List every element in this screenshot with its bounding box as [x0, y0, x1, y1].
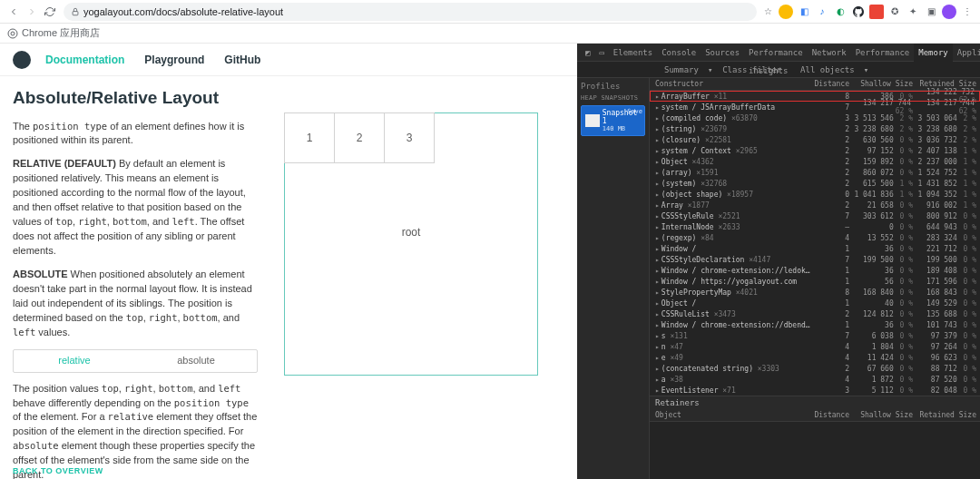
tab-application[interactable]: Application	[953, 44, 980, 62]
toggle-relative[interactable]: relative	[14, 350, 135, 372]
retainers-col-retained[interactable]: Retained Size	[916, 411, 980, 419]
retainers-col-distance[interactable]: Distance	[811, 411, 853, 419]
tab-perf-insights[interactable]: Performance insights	[744, 44, 808, 62]
retainers-panel: Retainers Object Distance Shallow Size R…	[650, 396, 980, 422]
memory-row[interactable]: ▸(object shape) ×1895701 041 836 1 %1 09…	[650, 189, 980, 200]
bookmarks-bar: Chrome 应用商店	[0, 24, 980, 44]
memory-row[interactable]: ▸(array) ×15912860 072 0 %1 524 752 1 %	[650, 167, 980, 178]
memory-row[interactable]: ▸Array ×1877221 658 0 %916 002 1 %	[650, 200, 980, 210]
puzzle-icon[interactable]: ▣	[924, 5, 938, 19]
doc-text: Absolute/Relative Layout The position ty…	[13, 85, 258, 479]
tab-sources[interactable]: Sources	[701, 44, 744, 62]
memory-row[interactable]: ▸s ×13176 038 0 %97 379 0 %	[650, 330, 980, 341]
memory-row[interactable]: ▸(system) ×327682615 500 1 %1 431 852 1 …	[650, 178, 980, 189]
ext-icon-2[interactable]: ◧	[797, 5, 811, 19]
memory-row[interactable]: ▸n ×4741 804 0 %97 264 0 %	[650, 341, 980, 352]
relative-paragraph: RELATIVE (DEFAULT) By default an element…	[13, 157, 258, 259]
ext-icon-5[interactable]	[869, 5, 884, 19]
chrome-toolbar: yogalayout.com/docs/absolute-relative-la…	[0, 0, 980, 24]
retainers-col-object[interactable]: Object	[655, 411, 811, 419]
page-title: Absolute/Relative Layout	[13, 85, 258, 111]
back-button[interactable]	[5, 4, 22, 20]
back-to-overview[interactable]: BACK TO OVERVIEW	[13, 466, 103, 475]
bookmark-item[interactable]: Chrome 应用商店	[22, 26, 100, 40]
demo-child-3[interactable]: 3	[384, 112, 435, 163]
svg-rect-0	[73, 11, 78, 15]
url-text: yogalayout.com/docs/absolute-relative-la…	[83, 6, 283, 17]
ext-icon-4[interactable]: ◐	[833, 5, 848, 19]
memory-row[interactable]: ▸(regexp) ×84413 552 0 %283 324 0 %	[650, 232, 980, 243]
memory-row[interactable]: ▸system / Context ×2965297 152 0 %2 407 …	[650, 145, 980, 156]
site-logo[interactable]	[13, 51, 31, 69]
memory-row[interactable]: ▸CSSStyleRule ×25217303 612 0 %800 912 0…	[650, 210, 980, 221]
memory-sidebar: Profiles HEAP SNAPSHOTS Snapshot 1 140 M…	[577, 78, 650, 479]
snapshot-item[interactable]: Snapshot 1 140 MB Save	[581, 105, 645, 136]
memory-row[interactable]: ▸StylePropertyMap ×40218168 840 0 %168 8…	[650, 287, 980, 298]
address-bar[interactable]: yogalayout.com/docs/absolute-relative-la…	[64, 3, 757, 21]
memory-row[interactable]: ▸Object ×43622159 892 0 %2 237 000 1 %	[650, 156, 980, 167]
memory-row[interactable]: ▸Window / 136 0 %221 712 0 %	[650, 243, 980, 254]
star-icon[interactable]: ☆	[760, 5, 775, 19]
demo-child-2[interactable]: 2	[334, 112, 385, 163]
extension-icons: ☆ ◧ ♪ ◐ ✪ ✦ ▣ ⋮	[760, 5, 975, 19]
profile-avatar[interactable]	[942, 5, 956, 19]
tab-performance[interactable]: Performance	[851, 44, 915, 62]
nav-playground[interactable]: Playground	[144, 54, 204, 66]
memory-row[interactable]: ▸(string) ×2367923 238 680 2 %3 238 680 …	[650, 123, 980, 134]
extensions-icon[interactable]: ✦	[906, 5, 920, 19]
nav-documentation[interactable]: Documentation	[45, 54, 124, 66]
memory-row[interactable]: ▸(compiled code) ×6387033 513 546 2 %3 5…	[650, 112, 980, 123]
summary-dropdown[interactable]: Summary	[664, 65, 699, 74]
reload-button[interactable]	[42, 4, 58, 20]
class-filter-input[interactable]: Class filter	[722, 65, 781, 74]
nav-github[interactable]: GitHub	[224, 54, 260, 66]
memory-row[interactable]: ▸EventListener ×7135 112 0 %82 048 0 %	[650, 385, 980, 396]
svg-point-2	[11, 32, 15, 35]
memory-row[interactable]: ▸Window / chrome-extension://ledokdondff…	[650, 265, 980, 276]
memory-row[interactable]: ▸e ×49411 424 0 %96 623 0 %	[650, 352, 980, 363]
col-retained[interactable]: Retained Size	[916, 80, 980, 88]
memory-row[interactable]: ▸Window / https://yogalayout.com 156 0 %…	[650, 276, 980, 287]
ext-icon-6[interactable]: ✪	[887, 5, 902, 19]
menu-icon[interactable]: ⋮	[960, 5, 975, 19]
memory-row[interactable]: ▸Window / chrome-extension://dbendgagfma…	[650, 319, 980, 330]
toggle-absolute[interactable]: absolute	[135, 350, 257, 372]
col-distance[interactable]: Distance	[811, 80, 853, 88]
tab-elements[interactable]: Elements	[609, 44, 657, 62]
ext-icon-3[interactable]: ♪	[815, 5, 829, 19]
absolute-paragraph: ABSOLUTE When positioned absolutely an e…	[13, 268, 258, 340]
col-shallow[interactable]: Shallow Size	[853, 80, 916, 88]
demo-root[interactable]: 1 2 3 root	[284, 112, 538, 376]
memory-row[interactable]: ▸(concatenated string) ×3303267 660 0 %8…	[650, 363, 980, 374]
memory-row[interactable]: ▸a ×3841 872 0 %87 520 0 %	[650, 374, 980, 385]
svg-point-1	[8, 29, 17, 38]
devtools-device-icon[interactable]: ▭	[594, 44, 608, 62]
memory-row[interactable]: ▸CSSStyleDeclaration ×41477199 500 0 %19…	[650, 254, 980, 265]
memory-row[interactable]: ▸(closure) ×225812630 560 0 %3 036 732 2…	[650, 134, 980, 145]
col-constructor[interactable]: Constructor	[655, 80, 811, 88]
forward-button[interactable]	[24, 4, 40, 20]
lock-icon	[71, 7, 80, 16]
github-icon[interactable]	[851, 5, 866, 19]
tab-console[interactable]: Console	[657, 44, 701, 62]
retainers-title: Retainers	[650, 396, 980, 409]
snapshot-save[interactable]: Save	[627, 108, 642, 115]
memory-row[interactable]: ▸system / JSArrayBufferData 7134 217 744…	[650, 102, 980, 112]
devtools-inspect-icon[interactable]: ◩	[581, 44, 594, 62]
demo-root-label: root	[402, 226, 421, 239]
memory-row[interactable]: ▸Object / 140 0 %149 529 0 %	[650, 298, 980, 308]
intro-paragraph: The position type of an element defines …	[13, 120, 258, 149]
memory-row[interactable]: ▸InternalNode ×2633—0 0 %644 943 0 %	[650, 221, 980, 232]
position-values-paragraph: The position values top, right, bottom, …	[13, 382, 258, 479]
memory-row[interactable]: ▸CSSRuleList ×34732124 812 0 %135 688 0 …	[650, 308, 980, 319]
all-objects-dropdown[interactable]: All objects	[800, 65, 855, 74]
demo-child-1[interactable]: 1	[284, 112, 335, 163]
devtools-tabs: ◩ ▭ Elements Console Sources Performance…	[577, 44, 980, 62]
devtools-panel: ◩ ▭ Elements Console Sources Performance…	[577, 44, 980, 479]
retainers-col-shallow[interactable]: Shallow Size	[853, 411, 916, 419]
demo-area: 1 2 3 root	[258, 85, 564, 479]
ext-icon-1[interactable]	[779, 5, 793, 19]
position-toggle: relative absolute	[13, 349, 258, 373]
tab-network[interactable]: Network	[808, 44, 851, 62]
tab-memory[interactable]: Memory	[914, 44, 953, 62]
